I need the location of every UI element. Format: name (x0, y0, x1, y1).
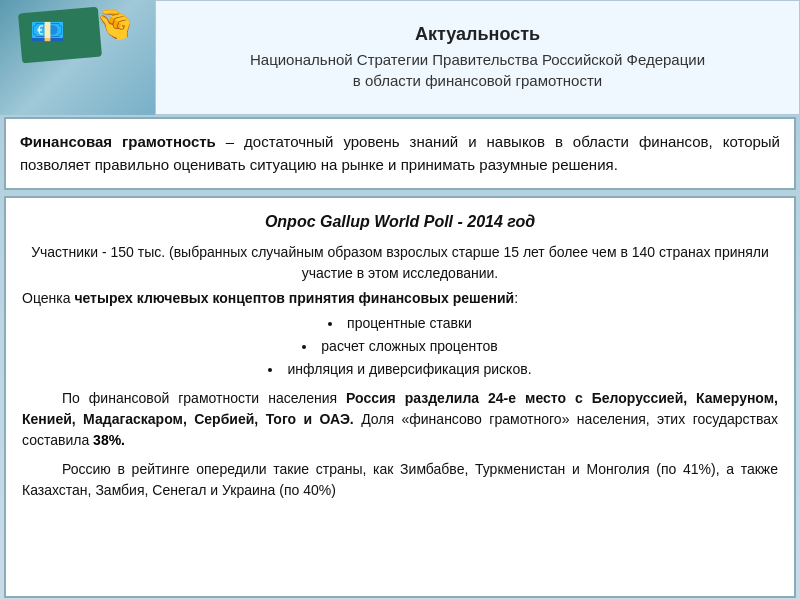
gallup-assessment: Оценка четырех ключевых концептов принят… (22, 288, 778, 309)
assessment-prefix: Оценка (22, 290, 74, 306)
definition-term: Финансовая грамотность (20, 133, 216, 150)
header-title-box: Актуальность Национальной Стратегии Прав… (155, 0, 800, 115)
header-section: 🤏 Актуальность Национальной Стратегии Пр… (0, 0, 800, 115)
bullet-item-1: процентные ставки (22, 313, 778, 334)
gallup-participants: Участники - 150 тыс. (выбранных случайны… (22, 242, 778, 284)
assessment-bold: четырех ключевых концептов принятия фина… (74, 290, 514, 306)
gallup-title: Опрос Gallup World Poll - 2014 год (22, 210, 778, 234)
bullet-list: процентные ставки расчет сложных процент… (22, 313, 778, 380)
russia-paragraph: По финансовой грамотности населения Росс… (22, 388, 778, 451)
bullet-item-3: инфляция и диверсификация рисков. (22, 359, 778, 380)
bullet-item-2: расчет сложных процентов (22, 336, 778, 357)
other-countries-paragraph: Россию в рейтинге опередили такие страны… (22, 459, 778, 501)
main-content-section: Опрос Gallup World Poll - 2014 год Участ… (4, 196, 796, 598)
russia-prefix: По финансовой грамотности населения (62, 390, 346, 406)
header-title-main: Актуальность (415, 24, 540, 45)
assessment-suffix: : (514, 290, 518, 306)
page-wrapper: 🤏 Актуальность Национальной Стратегии Пр… (0, 0, 800, 600)
definition-section: Финансовая грамотность – достаточный уро… (4, 117, 796, 190)
russia-pct: 38%. (93, 432, 125, 448)
hand-money-icon: 🤏 (90, 0, 141, 49)
header-title-sub: Национальной Стратегии Правительства Рос… (250, 49, 705, 91)
header-image: 🤏 (0, 0, 155, 115)
